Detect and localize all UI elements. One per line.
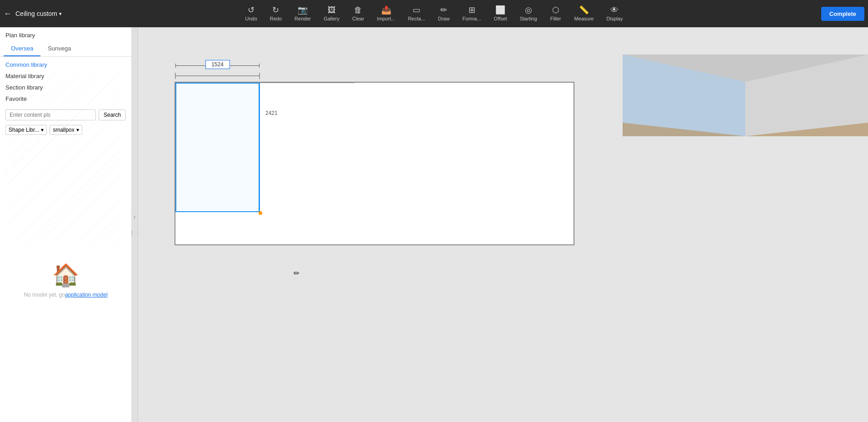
collapse-arrow: ‹ [134, 213, 136, 220]
tool-offset[interactable]: ⬜Offset [488, 3, 514, 24]
draw-icon: ✏ [440, 6, 447, 14]
starting-icon: ◎ [525, 6, 532, 14]
tool-filler[interactable]: ⬡Filler [544, 3, 568, 24]
tool-render[interactable]: 📷Render [288, 3, 317, 24]
pencil-cursor: ✏ [294, 269, 299, 278]
toolbar-tools: ↺Undo↻Redo📷Render🖼Gallery🗑Clear📤Import..… [239, 3, 629, 24]
forma-icon: ⊞ [469, 6, 475, 14]
tool-undo[interactable]: ↺Undo [239, 3, 264, 24]
offset-icon: ⬜ [495, 6, 505, 14]
redo-icon: ↻ [272, 6, 279, 14]
complete-button[interactable]: Complete [821, 7, 864, 21]
sidebar-tab-sunvega[interactable]: Sunvega [40, 41, 78, 56]
tool-starting[interactable]: ◎Starting [514, 3, 544, 24]
app-title: Ceiling custom ▾ [15, 10, 62, 17]
main-layout: Plan library OverseaSunvega Common libra… [0, 27, 868, 422]
tool-measure[interactable]: 📏Measure [568, 3, 600, 24]
sidebar-tab-oversea[interactable]: Oversea [4, 41, 40, 56]
right-dimension: 2421 [265, 110, 278, 116]
sidebar-tabs: OverseaSunvega [0, 41, 131, 57]
tool-clear[interactable]: 🗑Clear [346, 3, 370, 24]
svg-rect-1 [4, 73, 122, 245]
tool-draw[interactable]: ✏Draw [432, 3, 456, 24]
back-button[interactable]: ← [4, 9, 12, 19]
3d-preview [623, 55, 868, 136]
house-icon: 🏠 [52, 263, 80, 288]
horizontal-line [259, 83, 355, 83]
collapse-handle[interactable]: ‹ ⋮⋮ [132, 27, 138, 422]
undo-icon: ↺ [248, 6, 254, 14]
tool-display[interactable]: 👁Display [600, 3, 629, 24]
canvas-workspace[interactable]: 2421 ✏ [175, 82, 574, 245]
plan-library-label: Plan library [0, 27, 131, 41]
sidebar-content: 🏠 No model yet, goapplication model [0, 139, 131, 422]
recta-icon: ▭ [413, 6, 420, 14]
application-model-link[interactable]: application model [65, 292, 107, 298]
tool-forma[interactable]: ⊞Forma... [456, 3, 488, 24]
tool-import[interactable]: 📤Import... [370, 3, 401, 24]
dimension-line-svg [173, 60, 264, 83]
blue-selection-rect [175, 83, 259, 212]
diagonal-lines [4, 73, 122, 245]
display-icon: 👁 [610, 6, 619, 14]
gallery-icon: 🖼 [328, 6, 336, 14]
import-icon: 📤 [381, 6, 391, 14]
tool-gallery[interactable]: 🖼Gallery [317, 3, 346, 24]
filler-icon: ⬡ [552, 6, 559, 14]
tool-recta[interactable]: ▭Recta... [402, 3, 432, 24]
no-model-text: No model yet, goapplication model [24, 292, 107, 298]
no-model-area: 🏠 No model yet, goapplication model [24, 263, 107, 298]
toolbar: ← Ceiling custom ▾ ↺Undo↻Redo📷Render🖼Gal… [0, 0, 868, 27]
vertical-divider [259, 83, 260, 212]
sidebar: Plan library OverseaSunvega Common libra… [0, 27, 132, 422]
clear-icon: 🗑 [354, 6, 362, 14]
measure-icon: 📏 [579, 6, 589, 14]
canvas-area[interactable]: 2421 ✏ [138, 27, 868, 422]
tool-redo[interactable]: ↻Redo [264, 3, 288, 24]
render-icon: 📷 [298, 6, 308, 14]
sidebar-nav-common-library[interactable]: Common library [5, 60, 126, 69]
orange-dot [259, 211, 262, 215]
preview-svg [623, 55, 868, 136]
